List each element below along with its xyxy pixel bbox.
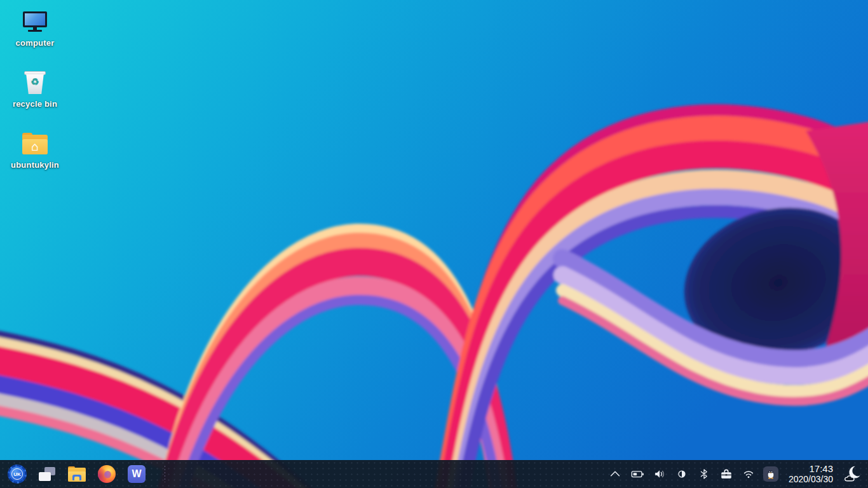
chevron-up-icon [608, 467, 622, 481]
clock-date: 2020/03/30 [789, 474, 833, 485]
folder-icon [68, 466, 86, 482]
firefox-button[interactable] [97, 464, 116, 484]
wps-writer-icon: W [128, 465, 146, 483]
wifi-icon [741, 467, 756, 481]
wps-writer-button[interactable]: W [127, 464, 146, 484]
ubuntu-kylin-launcher-icon: UK [8, 464, 27, 484]
taskbar-clock[interactable]: 17:43 2020/03/30 [789, 463, 833, 485]
desktop-icon-label: computer [16, 38, 55, 48]
penguin-icon [763, 466, 778, 482]
night-mode-button[interactable] [841, 464, 863, 484]
window-switcher-button[interactable] [37, 464, 57, 484]
launcher-button[interactable]: UK [8, 464, 27, 484]
desktop-icon-ubuntukylin[interactable]: ⌂ ubuntukylin [4, 130, 65, 186]
system-tray: 17:43 2020/03/30 [607, 463, 863, 485]
wallpaper [0, 0, 868, 488]
home-folder-icon: ⌂ [21, 130, 49, 158]
window-switcher-icon [39, 466, 55, 482]
battery-button[interactable] [629, 464, 646, 484]
recycle-bin-icon: ♻ [21, 69, 49, 97]
desktop-icon-computer[interactable]: computer [4, 8, 65, 64]
battery-icon [630, 467, 645, 481]
tray-expand-button[interactable] [607, 464, 623, 484]
input-method-button[interactable] [763, 464, 779, 484]
toolbox-icon [719, 467, 734, 481]
taskbar-app-area: UK W [8, 464, 165, 484]
wifi-button[interactable] [740, 464, 757, 484]
taskbar-separator [165, 466, 165, 482]
half-moon-icon [675, 468, 688, 480]
desktop-icon-label: recycle bin [13, 99, 57, 109]
bluetooth-icon [698, 467, 710, 481]
clock-time: 17:43 [809, 463, 833, 474]
moon-cloud-icon [842, 464, 862, 484]
desktop-icon-label: ubuntukylin [11, 160, 59, 170]
desktop-icon-list: computer ♻ recycle bin ⌂ ubuntukylin [4, 8, 65, 186]
computer-monitor-icon [21, 8, 49, 36]
desktop-icon-recycle-bin[interactable]: ♻ recycle bin [4, 69, 65, 125]
file-manager-button[interactable] [67, 464, 86, 484]
devices-button[interactable] [718, 464, 735, 484]
firefox-icon [98, 465, 116, 483]
taskbar: UK W [0, 460, 868, 488]
night-light-button[interactable] [674, 464, 690, 484]
speaker-icon [653, 467, 667, 481]
volume-button[interactable] [651, 464, 668, 484]
bluetooth-button[interactable] [696, 464, 712, 484]
desktop: computer ♻ recycle bin ⌂ ubuntukylin UK [0, 0, 868, 488]
